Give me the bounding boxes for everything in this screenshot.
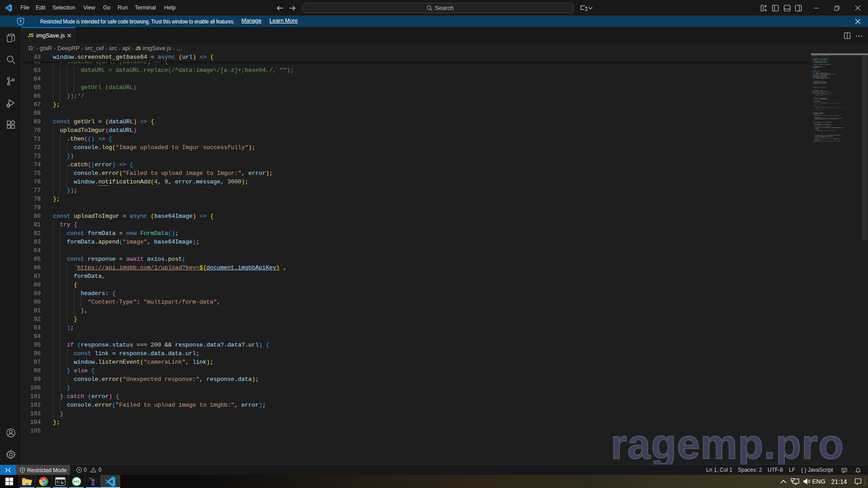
svg-text:HS: HS	[73, 479, 80, 484]
svg-text:C:\: C:\	[56, 480, 62, 484]
